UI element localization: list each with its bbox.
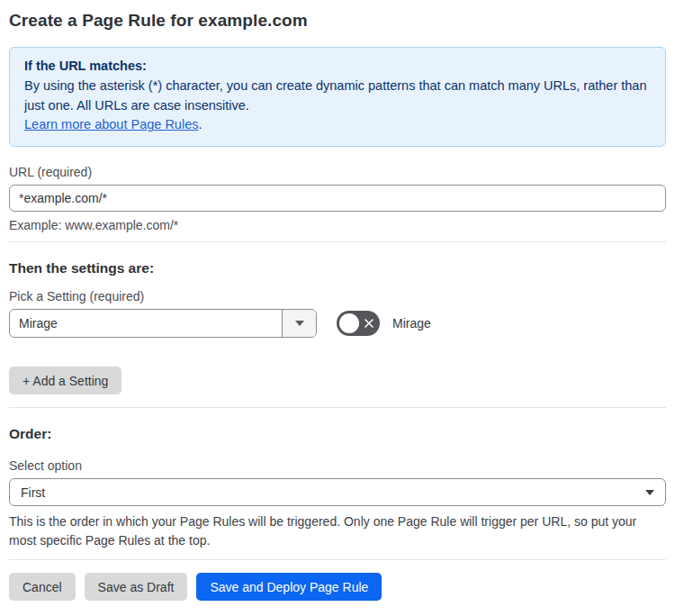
mirage-toggle[interactable] — [337, 311, 380, 336]
settings-section-heading: Then the settings are: — [9, 260, 666, 276]
setting-select-value: Mirage — [10, 310, 282, 337]
order-select-value: First — [21, 485, 45, 500]
order-select-label: Select option — [9, 458, 666, 473]
info-box-body: By using the asterisk (*) character, you… — [24, 77, 651, 116]
divider — [9, 407, 666, 408]
setting-select-arrow-button[interactable] — [282, 310, 316, 337]
url-match-info-box: If the URL matches: By using the asteris… — [9, 47, 666, 147]
setting-row: Mirage Mirage — [9, 309, 666, 338]
toggle-label: Mirage — [392, 316, 431, 331]
url-example-text: Example: www.example.com/* — [9, 218, 666, 232]
chevron-down-icon — [645, 490, 654, 495]
order-help-text: This is the order in which your Page Rul… — [9, 512, 657, 550]
info-box-link-row: Learn more about Page Rules. — [24, 115, 651, 135]
save-and-deploy-button[interactable]: Save and Deploy Page Rule — [196, 573, 382, 601]
add-setting-button[interactable]: + Add a Setting — [9, 367, 122, 394]
link-suffix: . — [198, 117, 202, 131]
page-rule-form: Create a Page Rule for example.com If th… — [0, 0, 675, 601]
close-x-icon — [364, 311, 374, 336]
learn-more-link[interactable]: Learn more about Page Rules — [24, 117, 198, 131]
chevron-down-icon — [295, 321, 304, 326]
url-input[interactable] — [9, 185, 666, 212]
divider — [9, 241, 666, 242]
page-title: Create a Page Rule for example.com — [9, 11, 666, 31]
save-as-draft-button[interactable]: Save as Draft — [85, 573, 188, 601]
info-box-heading: If the URL matches: — [24, 57, 651, 77]
order-select[interactable]: First — [9, 478, 666, 506]
url-field-label: URL (required) — [9, 165, 666, 179]
divider — [9, 559, 666, 560]
setting-select[interactable]: Mirage — [9, 309, 317, 338]
footer-actions: Cancel Save as Draft Save and Deploy Pag… — [9, 573, 666, 601]
setting-picker-label: Pick a Setting (required) — [9, 289, 666, 303]
cancel-button[interactable]: Cancel — [9, 573, 76, 601]
order-section-heading: Order: — [9, 426, 666, 442]
toggle-knob — [339, 313, 359, 333]
